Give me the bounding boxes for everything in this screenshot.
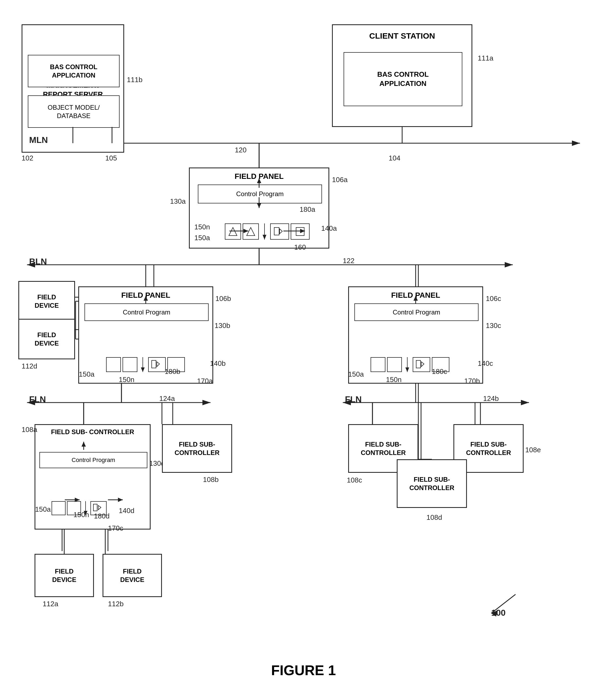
- ref-108a: 108a: [22, 425, 37, 434]
- svg-marker-42: [157, 362, 160, 367]
- ref-120: 120: [235, 146, 246, 154]
- ref-112b: 112b: [108, 600, 124, 608]
- svg-marker-38: [296, 227, 304, 236]
- ref-130c: 130c: [486, 321, 501, 330]
- field-device-a-box: FIELD DEVICE: [35, 554, 94, 597]
- svg-marker-35: [263, 235, 266, 240]
- ref-160: 160: [294, 243, 306, 252]
- fln-right-label: FLN: [345, 395, 362, 404]
- ref-108e: 108e: [525, 446, 541, 454]
- field-panel-right-label: FIELD PANEL: [391, 291, 440, 300]
- ref-124b: 124b: [483, 395, 499, 403]
- ref-111b: 111b: [127, 76, 143, 84]
- svg-marker-2: [572, 140, 580, 146]
- ref-108b: 108b: [203, 476, 218, 484]
- field-panel-top-label: FIELD PANEL: [234, 172, 284, 181]
- ref-140b: 140b: [210, 359, 226, 368]
- ref-112d: 112d: [22, 362, 37, 371]
- management-object-model: OBJECT MODEL/ DATABASE: [28, 95, 120, 128]
- ref-150n-left: 150n: [119, 376, 134, 384]
- svg-marker-33: [247, 227, 255, 236]
- module-1: [225, 223, 241, 240]
- ref-111a: 111a: [478, 54, 494, 62]
- ref-140d: 140d: [119, 506, 134, 515]
- field-sub-controller-b-box: FIELD SUB- CONTROLLER: [162, 424, 232, 473]
- svg-marker-37: [279, 229, 282, 234]
- ref-102: 102: [22, 154, 33, 162]
- ref-170a: 170a: [197, 377, 213, 385]
- ref-180a: 180a: [299, 205, 315, 214]
- field-panel-left-label: FIELD PANEL: [121, 291, 170, 300]
- fp-right-module-2: [387, 357, 402, 372]
- fp-top-modules: [225, 223, 310, 240]
- ref-150a-left: 150a: [79, 370, 95, 379]
- fp-left-module-1: [106, 357, 121, 372]
- svg-marker-46: [421, 362, 424, 367]
- figure-caption: FIGURE 1: [271, 662, 336, 678]
- ref-105: 105: [105, 154, 117, 162]
- fp-left-module-3: [148, 357, 166, 372]
- ref-150a-fsc: 150a: [35, 505, 51, 514]
- module-2: [243, 223, 259, 240]
- diagram: MANAGEMENT/ REPORT SERVER BAS CONTROL AP…: [0, 0, 607, 700]
- module-3: [270, 223, 289, 240]
- ref-106c: 106c: [486, 295, 501, 303]
- fsc-a-module-1: [51, 501, 66, 515]
- client-station-label: CLIENT STATION: [369, 31, 435, 41]
- fp-right-module-1: [371, 357, 385, 372]
- fp-right-module-3: [413, 357, 430, 372]
- client-bas-app: BAS CONTROL APPLICATION: [343, 52, 462, 106]
- ref-180d: 180d: [94, 512, 110, 520]
- ref-180c: 180c: [432, 367, 447, 376]
- ref-104: 104: [389, 154, 400, 162]
- ref-124a: 124a: [159, 395, 175, 403]
- ref-100: 100: [491, 608, 505, 618]
- module-4: [291, 223, 310, 240]
- ref-170b: 170b: [464, 377, 480, 385]
- svg-marker-19: [521, 400, 529, 405]
- field-panel-left-box: FIELD PANEL Control Program: [78, 286, 213, 384]
- ref-130a: 130a: [170, 197, 186, 206]
- svg-marker-32: [229, 227, 237, 236]
- svg-marker-9: [505, 262, 513, 267]
- fp-left-module-2: [123, 357, 138, 372]
- svg-marker-40: [141, 367, 145, 372]
- field-device-top-box: FIELD DEVICE: [18, 281, 75, 321]
- fsc-a-label: FIELD SUB- CONTROLLER: [51, 428, 134, 436]
- fp-left-control-program: Control Program: [84, 303, 209, 321]
- fp-right-control-program: Control Program: [354, 303, 479, 321]
- ref-106b: 106b: [215, 295, 231, 303]
- ref-140c: 140c: [478, 359, 493, 368]
- svg-rect-45: [416, 360, 420, 368]
- field-sub-controller-d-box: FIELD SUB- CONTROLLER: [397, 459, 467, 508]
- field-panel-right-box: FIELD PANEL Control Program: [348, 286, 483, 384]
- svg-marker-50: [98, 505, 101, 510]
- fp-top-control-program: Control Program: [198, 184, 322, 203]
- ref-150n-top: 150n: [194, 223, 210, 231]
- ref-150n-fsc: 150n: [74, 511, 89, 519]
- ref-106a: 106a: [332, 176, 348, 184]
- ref-150a-top: 150a: [194, 234, 210, 242]
- ref-108d: 108d: [426, 513, 442, 522]
- svg-rect-41: [152, 360, 156, 368]
- ref-140a: 140a: [321, 224, 337, 233]
- mln-label: MLN: [29, 135, 48, 145]
- management-server-box: MANAGEMENT/ REPORT SERVER BAS CONTROL AP…: [22, 24, 124, 153]
- ref-150n-right: 150n: [386, 376, 402, 384]
- ref-170c: 170c: [108, 524, 123, 533]
- ref-150a-right: 150a: [348, 370, 364, 379]
- svg-marker-15: [203, 400, 211, 405]
- svg-rect-36: [274, 227, 279, 235]
- ref-122: 122: [343, 257, 354, 265]
- fsc-a-control-program: Control Program: [39, 452, 147, 468]
- client-station-box: CLIENT STATION BAS CONTROL APPLICATION: [332, 24, 472, 127]
- svg-rect-49: [93, 504, 97, 511]
- fln-left-label: FLN: [29, 395, 46, 404]
- bln-label: BLN: [29, 257, 47, 267]
- ref-130b: 130b: [214, 321, 230, 330]
- management-bas-app: BAS CONTROL APPLICATION: [28, 55, 120, 87]
- field-device-b-box: FIELD DEVICE: [103, 554, 162, 597]
- field-device-bottom-box: FIELD DEVICE: [18, 319, 75, 359]
- ref-180b: 180b: [165, 367, 180, 376]
- ref-112a: 112a: [43, 600, 58, 608]
